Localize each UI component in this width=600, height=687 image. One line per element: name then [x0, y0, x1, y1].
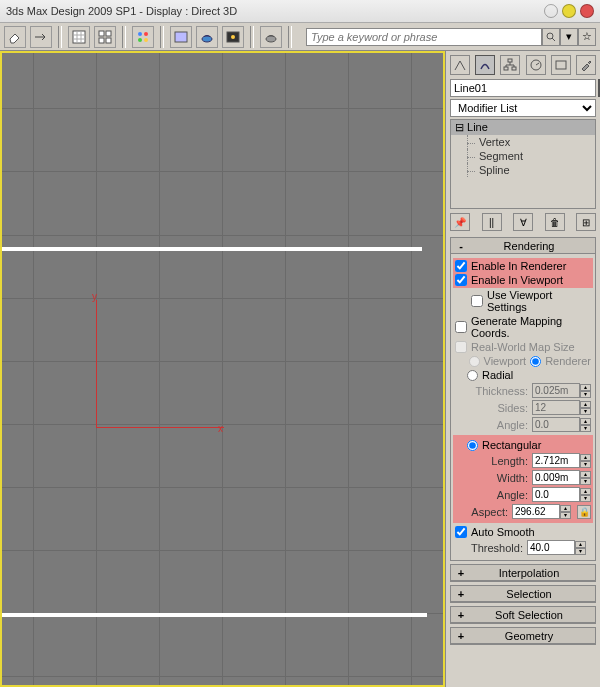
spinner-up-icon[interactable]: ▴: [580, 471, 591, 478]
use-viewport-settings-label: Use Viewport Settings: [487, 289, 591, 313]
svg-rect-9: [175, 32, 187, 42]
angle2-input[interactable]: [532, 487, 580, 502]
threshold-input[interactable]: [527, 540, 575, 555]
length-input[interactable]: [532, 453, 580, 468]
teapot-icon[interactable]: [260, 26, 282, 48]
spinner-down-icon: ▾: [580, 391, 591, 398]
dots-icon[interactable]: [132, 26, 154, 48]
show-result-icon[interactable]: ||: [482, 213, 502, 231]
modify-tab-icon[interactable]: [475, 55, 495, 75]
radial-radio[interactable]: [467, 370, 478, 381]
lock-aspect-icon[interactable]: 🔒: [577, 505, 591, 519]
rectangular-label: Rectangular: [482, 439, 541, 451]
display-tab-icon[interactable]: [551, 55, 571, 75]
svg-rect-3: [99, 38, 104, 43]
spinner-down-icon[interactable]: ▾: [560, 512, 571, 519]
rectangular-radio[interactable]: [467, 440, 478, 451]
svg-point-12: [231, 35, 235, 39]
viewport-radio-label: Viewport: [484, 355, 527, 367]
spinner-up-icon[interactable]: ▴: [580, 488, 591, 495]
modifier-list-dropdown[interactable]: Modifier List: [450, 99, 596, 117]
generate-mapping-checkbox[interactable]: [455, 321, 467, 333]
viewport-radio: [469, 356, 480, 367]
renderer-radio-label: Renderer: [545, 355, 591, 367]
spinner-down-icon[interactable]: ▾: [580, 461, 591, 468]
spline-segment[interactable]: [2, 247, 422, 251]
configure-sets-icon[interactable]: ⊞: [576, 213, 596, 231]
rollout-interpolation-header[interactable]: +Interpolation: [451, 565, 595, 581]
viewport[interactable]: y x: [0, 51, 445, 687]
search-drop-icon[interactable]: ▾: [560, 28, 578, 46]
svg-rect-1: [99, 31, 104, 36]
spinner-up-icon[interactable]: ▴: [560, 505, 571, 512]
enable-viewport-checkbox[interactable]: [455, 274, 467, 286]
motion-tab-icon[interactable]: [526, 55, 546, 75]
svg-point-8: [144, 38, 148, 42]
rollout-selection: +Selection: [450, 585, 596, 603]
rollout-geometry-header[interactable]: +Geometry: [451, 628, 595, 644]
real-world-label: Real-World Map Size: [471, 341, 575, 353]
create-tab-icon[interactable]: [450, 55, 470, 75]
stack-root[interactable]: ⊟ Line: [451, 120, 595, 135]
rollout-selection-header[interactable]: +Selection: [451, 586, 595, 602]
remove-mod-icon[interactable]: 🗑: [545, 213, 565, 231]
favorite-icon[interactable]: ☆: [578, 28, 596, 46]
svg-point-5: [138, 32, 142, 36]
x-axis-label: x: [218, 423, 223, 434]
command-panel-tabs: [450, 55, 596, 75]
arrow-icon[interactable]: [30, 26, 52, 48]
eraser-icon[interactable]: [4, 26, 26, 48]
stack-toolbar: 📌 || ∀ 🗑 ⊞: [450, 213, 596, 231]
aspect-label: Aspect:: [471, 506, 508, 518]
search-icon[interactable]: [542, 28, 560, 46]
aspect-input[interactable]: [512, 504, 560, 519]
spinner-up-icon: ▴: [580, 418, 591, 425]
rollout-geometry: +Geometry: [450, 627, 596, 645]
angle1-input: [532, 417, 580, 432]
minimize-button[interactable]: [544, 4, 558, 18]
svg-rect-19: [556, 61, 566, 69]
stack-sub-segment[interactable]: Segment: [451, 149, 595, 163]
thickness-label: Thickness:: [475, 385, 528, 397]
teapot-render-icon[interactable]: [196, 26, 218, 48]
search-input[interactable]: [306, 28, 542, 46]
modifier-stack[interactable]: ⊟ Line Vertex Segment Spline: [450, 119, 596, 209]
angle1-label: Angle:: [497, 419, 528, 431]
enable-renderer-checkbox[interactable]: [455, 260, 467, 272]
spinner-up-icon[interactable]: ▴: [580, 454, 591, 461]
threshold-label: Threshold:: [471, 542, 523, 554]
width-input[interactable]: [532, 470, 580, 485]
rollout-rendering: -Rendering Enable In Renderer Enable In …: [450, 237, 596, 561]
maximize-button[interactable]: [562, 4, 576, 18]
spline-segment[interactable]: [2, 613, 427, 617]
auto-smooth-checkbox[interactable]: [455, 526, 467, 538]
use-viewport-settings-checkbox[interactable]: [471, 295, 483, 307]
window-title: 3ds Max Design 2009 SP1 - Display : Dire…: [6, 5, 544, 17]
grid-list-icon[interactable]: [68, 26, 90, 48]
rollout-rendering-header[interactable]: -Rendering: [451, 238, 595, 254]
material-icon[interactable]: [170, 26, 192, 48]
window-controls: [544, 4, 594, 18]
hierarchy-tab-icon[interactable]: [500, 55, 520, 75]
spinner-down-icon[interactable]: ▾: [580, 478, 591, 485]
spinner-down-icon: ▾: [580, 408, 591, 415]
renderer-radio[interactable]: [530, 356, 541, 367]
stack-sub-vertex[interactable]: Vertex: [451, 135, 595, 149]
spinner-down-icon[interactable]: ▾: [580, 495, 591, 502]
generate-mapping-label: Generate Mapping Coords.: [471, 315, 591, 339]
titlebar: 3ds Max Design 2009 SP1 - Display : Dire…: [0, 0, 600, 23]
stack-sub-spline[interactable]: Spline: [451, 163, 595, 177]
make-unique-icon[interactable]: ∀: [513, 213, 533, 231]
render-setup-icon[interactable]: [222, 26, 244, 48]
thickness-input: [532, 383, 580, 398]
width-label: Width:: [497, 472, 528, 484]
spinner-up-icon[interactable]: ▴: [575, 541, 586, 548]
close-button[interactable]: [580, 4, 594, 18]
spinner-down-icon[interactable]: ▾: [575, 548, 586, 555]
grid-icon[interactable]: [94, 26, 116, 48]
pin-stack-icon[interactable]: 📌: [450, 213, 470, 231]
object-name-input[interactable]: [450, 79, 596, 97]
rollout-soft-selection-header[interactable]: +Soft Selection: [451, 607, 595, 623]
x-axis-gizmo: [96, 427, 224, 428]
utilities-tab-icon[interactable]: [576, 55, 596, 75]
